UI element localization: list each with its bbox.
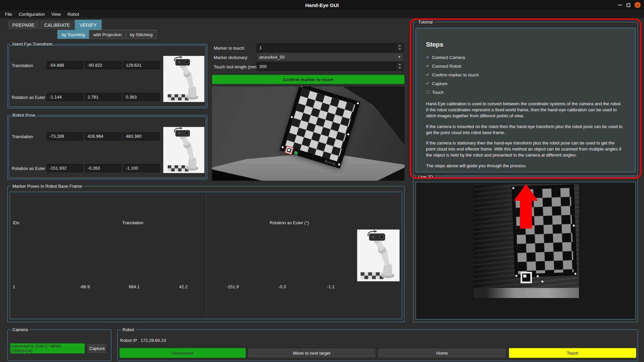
- step-label: Touch: [432, 90, 444, 95]
- pose-translation-x: -73.289: [47, 132, 84, 140]
- pose-rotation-y: -1.100: [123, 164, 160, 172]
- tab-prepare[interactable]: PREPARE: [7, 20, 39, 30]
- marker-to-touch-input[interactable]: 1 ▲▼: [257, 43, 404, 52]
- fiducial-dot: [357, 102, 359, 104]
- touch-tool-length-value: 300: [259, 64, 267, 69]
- disconnect-button[interactable]: Disconnect: [119, 348, 246, 358]
- marker-poses-group: Marker Poses In Robot Base Frame IDs Tra…: [7, 186, 405, 322]
- marker-dictionary-value: aruco4x4_50: [259, 55, 284, 60]
- cell-ty: 664.1: [129, 284, 140, 289]
- titlebar: Hand-Eye GUI ×: [0, 0, 644, 10]
- translation-label: Translation: [12, 134, 33, 139]
- subtab-by-stitching[interactable]: by Stitching: [126, 30, 157, 39]
- het-translation-x: -54.888: [47, 61, 84, 69]
- marker-dictionary-label: Marker dictionary:: [214, 55, 248, 60]
- fiducial-dot: [347, 133, 350, 135]
- menu-file[interactable]: File: [2, 12, 15, 17]
- fiducial-dot: [338, 163, 340, 166]
- main-tabbar: PREPARE CALIBRATE VERIFY: [7, 20, 102, 30]
- menu-configuration[interactable]: Configuration: [15, 12, 48, 17]
- step-confirm-marker: ✔ Confirm marker to touch: [426, 70, 625, 79]
- checkerboard: [285, 88, 355, 162]
- pose-rotation-p: -0.263: [85, 164, 122, 172]
- robot-ip-label: Robot IP: [120, 338, 137, 343]
- subtab-with-projection[interactable]: with Projection: [89, 30, 126, 39]
- camera-capture-image: ZIVID: [212, 86, 405, 181]
- cell-rr: -151.9: [226, 284, 239, 289]
- fiducial-dot: [290, 116, 293, 118]
- step-touch: ☐ Touch: [426, 88, 625, 97]
- translation-label: Translation: [12, 63, 33, 68]
- tutorial-paragraph: The steps above will guide you through t…: [426, 163, 625, 169]
- step-label: Connect Robot: [432, 64, 461, 69]
- group-title: Robot Pose: [11, 113, 37, 118]
- robot-arm-image: [357, 229, 400, 282]
- check-icon: ✔: [426, 55, 432, 60]
- camera-group: Camera Connected to Zivid 2+ MR60 (23383…: [7, 329, 111, 361]
- robot-pose-group: Robot Pose Translation -73.289 428.964 4…: [7, 115, 207, 179]
- chevron-down-icon[interactable]: ▼: [398, 55, 401, 59]
- spin-down-icon[interactable]: ▼: [398, 67, 401, 70]
- detected-marker-overlay: [294, 151, 298, 155]
- move-to-next-target-button[interactable]: Move to next target: [248, 348, 376, 358]
- marker-to-touch-value: 1: [259, 45, 262, 50]
- robot-arm-image: [163, 127, 205, 173]
- verify-subtabbar: by Touching with Projection by Stitching: [57, 30, 157, 39]
- checkbox-icon: ☐: [426, 90, 432, 95]
- group-title: Robot: [121, 327, 136, 332]
- cell-rp: -0.3: [278, 284, 286, 289]
- tab-verify[interactable]: VERIFY: [75, 20, 102, 30]
- marker-poses-table[interactable]: IDs Translation Rotation as Euler (°) 1 …: [10, 192, 402, 319]
- step-label: Confirm marker to touch: [432, 72, 479, 77]
- spinner-buttons[interactable]: ▲▼: [397, 63, 402, 70]
- marker-to-touch-label: Marker to touch:: [214, 46, 245, 51]
- minimize-icon[interactable]: [618, 5, 622, 5]
- group-title: Live 2D: [417, 174, 435, 179]
- spinner-buttons[interactable]: ▲▼: [397, 44, 402, 51]
- camera-status-button[interactable]: Connected to Zivid 2+ MR60 (23383AGA): [10, 343, 85, 354]
- cell-tz: 42.2: [179, 284, 187, 289]
- column-header-ids[interactable]: IDs: [13, 220, 19, 225]
- confirm-marker-button[interactable]: Confirm marker to touch: [212, 75, 405, 84]
- marker-dictionary-select[interactable]: aruco4x4_50 ▼: [257, 53, 404, 61]
- check-icon: ✔: [426, 81, 432, 86]
- live-2d-group: Live 2D: [413, 177, 638, 322]
- red-arrow-annotation: [514, 184, 538, 229]
- menu-view[interactable]: View: [48, 12, 64, 17]
- cell-tx: -66.9: [80, 284, 90, 289]
- fiducial-dot: [281, 146, 284, 148]
- spin-up-icon[interactable]: ▲: [398, 44, 401, 47]
- het-translation-z: 129.631: [123, 61, 160, 69]
- spin-down-icon[interactable]: ▼: [398, 48, 401, 51]
- touch-tool-length-label: Touch tool length (mm):: [214, 64, 259, 69]
- het-translation-y: -90.822: [85, 61, 122, 69]
- tutorial-paragraph: If the camera is stationary then the han…: [426, 140, 625, 159]
- column-header-rotation[interactable]: Rotation as Euler (°): [270, 220, 309, 225]
- hand-eye-transform-group: Hand Eye Transform Translation -54.888 -…: [7, 44, 207, 108]
- column-header-translation[interactable]: Translation: [122, 220, 144, 225]
- live-2d-view: [416, 182, 636, 319]
- menubar: File Configuration View Robot: [0, 10, 644, 18]
- maximize-icon[interactable]: [627, 3, 630, 7]
- touch-button[interactable]: Touch: [509, 348, 636, 358]
- spin-up-icon[interactable]: ▲: [398, 63, 401, 66]
- column-divider: [206, 194, 206, 317]
- touch-tool-length-input[interactable]: 300 ▲▼: [257, 62, 404, 71]
- menu-robot[interactable]: Robot: [64, 12, 83, 17]
- close-icon[interactable]: ×: [635, 2, 641, 8]
- robot-ip-value[interactable]: 172.28.60.23: [141, 338, 166, 343]
- fiducial-dot: [574, 273, 576, 275]
- robot-arm-image: [163, 56, 205, 102]
- step-capture: ✔ Capture: [426, 79, 625, 88]
- tab-calibrate[interactable]: CALIBRATE: [39, 20, 75, 30]
- fiducial-dot: [516, 275, 518, 277]
- subtab-by-touching[interactable]: by Touching: [57, 30, 89, 39]
- step-connect-robot: ✔ Connect Robot: [426, 62, 625, 70]
- group-title: Hand Eye Transform: [11, 42, 54, 47]
- cell-id: 1: [13, 284, 15, 289]
- home-button[interactable]: Home: [378, 348, 506, 358]
- step-connect-camera: ✔ Connect Camera: [426, 53, 625, 62]
- fiducial-dot: [573, 225, 575, 227]
- fiducial-dot: [300, 86, 303, 87]
- capture-button[interactable]: Capture: [87, 343, 107, 354]
